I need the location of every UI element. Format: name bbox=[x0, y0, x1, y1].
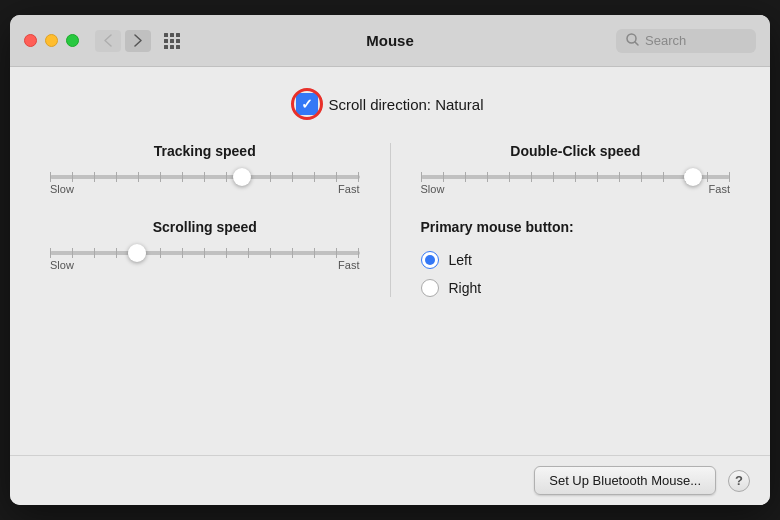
search-bar[interactable]: Search bbox=[616, 29, 756, 53]
double-click-speed-labels: Slow Fast bbox=[421, 183, 731, 195]
radio-group: Left Right bbox=[421, 251, 731, 297]
tracking-speed-title: Tracking speed bbox=[50, 143, 360, 159]
double-click-speed-thumb[interactable] bbox=[684, 168, 702, 186]
scroll-direction-label: Scroll direction: Natural bbox=[328, 96, 483, 113]
radio-left-fill bbox=[425, 255, 435, 265]
search-icon bbox=[626, 33, 639, 49]
tracking-fast-label: Fast bbox=[338, 183, 359, 195]
scroll-direction-checkbox[interactable]: ✓ bbox=[296, 93, 318, 115]
radio-right-button[interactable] bbox=[421, 279, 439, 297]
tracking-slow-label: Slow bbox=[50, 183, 74, 195]
double-click-speed-title: Double-Click speed bbox=[421, 143, 731, 159]
minimize-button[interactable] bbox=[45, 34, 58, 47]
app-grid-button[interactable] bbox=[161, 30, 183, 52]
forward-button[interactable] bbox=[125, 30, 151, 52]
content-area: ✓ Scroll direction: Natural Tracking spe… bbox=[10, 67, 770, 455]
radio-left-row: Left bbox=[421, 251, 731, 269]
maximize-button[interactable] bbox=[66, 34, 79, 47]
traffic-lights bbox=[24, 34, 79, 47]
double-click-speed-section: Double-Click speed bbox=[421, 143, 731, 195]
two-column-layout: Tracking speed bbox=[50, 143, 730, 297]
help-button[interactable]: ? bbox=[728, 470, 750, 492]
bottom-bar: Set Up Bluetooth Mouse... ? bbox=[10, 455, 770, 505]
close-button[interactable] bbox=[24, 34, 37, 47]
search-placeholder: Search bbox=[645, 33, 686, 48]
titlebar: Mouse Search bbox=[10, 15, 770, 67]
svg-line-1 bbox=[635, 42, 638, 45]
scrolling-speed-labels: Slow Fast bbox=[50, 259, 360, 271]
radio-left-label: Left bbox=[449, 252, 472, 268]
scroll-direction-row: ✓ Scroll direction: Natural bbox=[296, 93, 483, 115]
tracking-speed-labels: Slow Fast bbox=[50, 183, 360, 195]
tracking-tick-marks bbox=[50, 175, 360, 179]
scroll-direction-checkbox-wrapper: ✓ bbox=[296, 93, 318, 115]
radio-right-row: Right bbox=[421, 279, 731, 297]
double-click-speed-track bbox=[421, 175, 731, 179]
tracking-speed-section: Tracking speed bbox=[50, 143, 360, 195]
primary-mouse-button-title: Primary mouse button: bbox=[421, 219, 731, 235]
scrolling-tick-marks bbox=[50, 251, 360, 255]
double-click-speed-slider-wrapper bbox=[421, 175, 731, 179]
checkmark-icon: ✓ bbox=[301, 97, 313, 111]
preferences-window: Mouse Search ✓ Scroll direction: Natural bbox=[10, 15, 770, 505]
tracking-speed-thumb[interactable] bbox=[233, 168, 251, 186]
scrolling-speed-thumb[interactable] bbox=[128, 244, 146, 262]
right-column: Double-Click speed bbox=[391, 143, 731, 297]
tracking-speed-slider-wrapper bbox=[50, 175, 360, 179]
double-click-fast-label: Fast bbox=[709, 183, 730, 195]
left-column: Tracking speed bbox=[50, 143, 391, 297]
radio-left-button[interactable] bbox=[421, 251, 439, 269]
window-title: Mouse bbox=[366, 32, 414, 49]
nav-buttons bbox=[95, 30, 151, 52]
scrolling-slow-label: Slow bbox=[50, 259, 74, 271]
grid-icon bbox=[164, 33, 180, 49]
back-button[interactable] bbox=[95, 30, 121, 52]
scrolling-speed-track bbox=[50, 251, 360, 255]
tracking-speed-track bbox=[50, 175, 360, 179]
scrolling-speed-slider-wrapper bbox=[50, 251, 360, 255]
scrolling-speed-section: Scrolling speed bbox=[50, 219, 360, 271]
primary-mouse-button-section: Primary mouse button: Left Right bbox=[421, 219, 731, 297]
bluetooth-setup-button[interactable]: Set Up Bluetooth Mouse... bbox=[534, 466, 716, 495]
double-click-slow-label: Slow bbox=[421, 183, 445, 195]
scrolling-fast-label: Fast bbox=[338, 259, 359, 271]
scrolling-speed-title: Scrolling speed bbox=[50, 219, 360, 235]
radio-right-label: Right bbox=[449, 280, 482, 296]
